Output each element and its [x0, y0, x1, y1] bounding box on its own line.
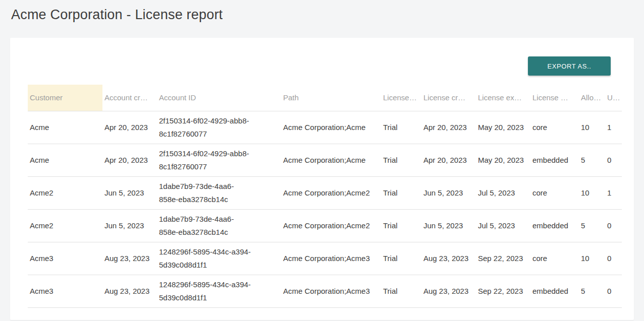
cell-license-type: Trial	[381, 176, 421, 209]
table-row: Acme2Jun 5, 20231dabe7b9-73de-4aa6-858e-…	[28, 176, 622, 209]
cell-customer: Acme2	[28, 209, 102, 242]
cell-license-expires: Jul 5, 2023	[476, 176, 530, 209]
column-header-path[interactable]: Path	[281, 85, 381, 111]
table-row: Acme3Aug 23, 20231248296f-5895-434c-a394…	[28, 242, 622, 275]
cell-used: 1	[605, 111, 622, 144]
cell-customer: Acme2	[28, 176, 102, 209]
cell-license-model: embedded	[530, 209, 579, 242]
cell-license-model: embedded	[530, 144, 579, 176]
column-header-license-expires[interactable]: License ex…	[476, 85, 530, 111]
cell-license-model: core	[530, 111, 579, 144]
cell-allowed: 10	[579, 242, 605, 275]
column-header-used[interactable]: U…	[605, 85, 622, 111]
cell-license-model: embedded	[530, 275, 579, 307]
page-title: Acme Corporation - License report	[0, 0, 644, 23]
cell-account-id: 1248296f-5895-434c-a394-5d39c0d8d1f1	[157, 275, 281, 307]
cell-license-expires: Sep 22, 2023	[476, 242, 530, 275]
cell-path: Acme Corporation;Acme	[281, 111, 381, 144]
cell-path: Acme Corporation;Acme3	[281, 242, 381, 275]
cell-used: 1	[605, 176, 622, 209]
cell-license-created: Aug 23, 2023	[421, 275, 476, 307]
cell-path: Acme Corporation;Acme3	[281, 275, 381, 307]
cell-license-type: Trial	[381, 144, 421, 176]
cell-license-expires: Sep 22, 2023	[476, 275, 530, 307]
table-row: AcmeApr 20, 20232f150314-6f02-4929-abb8-…	[28, 111, 622, 144]
cell-license-expires: May 20, 2023	[476, 144, 530, 176]
cell-account-created: Aug 23, 2023	[102, 242, 157, 275]
cell-license-model: core	[530, 176, 579, 209]
column-header-license-created[interactable]: License cr…	[421, 85, 476, 111]
table-header-row: CustomerAccount cr…Account IDPathLicense…	[28, 85, 622, 111]
cell-license-created: Jun 5, 2023	[421, 176, 476, 209]
license-table: CustomerAccount cr…Account IDPathLicense…	[28, 85, 622, 308]
cell-path: Acme Corporation;Acme2	[281, 209, 381, 242]
column-header-customer[interactable]: Customer	[28, 85, 102, 111]
cell-used: 0	[605, 144, 622, 176]
column-header-license-type[interactable]: License…	[381, 85, 421, 111]
cell-account-id: 1248296f-5895-434c-a394-5d39c0d8d1f1	[157, 242, 281, 275]
cell-account-created: Apr 20, 2023	[102, 144, 157, 176]
cell-used: 0	[605, 242, 622, 275]
toolbar: EXPORT AS..	[10, 38, 634, 76]
cell-path: Acme Corporation;Acme	[281, 144, 381, 176]
table-row: AcmeApr 20, 20232f150314-6f02-4929-abb8-…	[28, 144, 622, 176]
cell-account-created: Apr 20, 2023	[102, 111, 157, 144]
cell-allowed: 10	[579, 176, 605, 209]
column-header-allowed[interactable]: Allo…	[579, 85, 605, 111]
cell-customer: Acme	[28, 144, 102, 176]
report-card: EXPORT AS.. CustomerAccount cr…Account I…	[10, 38, 634, 320]
cell-customer: Acme3	[28, 242, 102, 275]
license-table-container: CustomerAccount cr…Account IDPathLicense…	[10, 76, 634, 308]
cell-license-model: core	[530, 242, 579, 275]
cell-license-created: Jun 5, 2023	[421, 209, 476, 242]
table-row: Acme3Aug 23, 20231248296f-5895-434c-a394…	[28, 275, 622, 307]
cell-allowed: 5	[579, 275, 605, 307]
cell-account-id: 1dabe7b9-73de-4aa6-858e-eba3278cb14c	[157, 176, 281, 209]
export-as-button[interactable]: EXPORT AS..	[528, 56, 611, 76]
cell-account-id: 1dabe7b9-73de-4aa6-858e-eba3278cb14c	[157, 209, 281, 242]
cell-allowed: 5	[579, 209, 605, 242]
cell-license-type: Trial	[381, 275, 421, 307]
cell-license-created: Aug 23, 2023	[421, 242, 476, 275]
table-row: Acme2Jun 5, 20231dabe7b9-73de-4aa6-858e-…	[28, 209, 622, 242]
cell-license-created: Apr 20, 2023	[421, 144, 476, 176]
cell-account-created: Jun 5, 2023	[102, 209, 157, 242]
cell-path: Acme Corporation;Acme2	[281, 176, 381, 209]
cell-account-created: Aug 23, 2023	[102, 275, 157, 307]
cell-license-expires: Jul 5, 2023	[476, 209, 530, 242]
cell-account-id: 2f150314-6f02-4929-abb8-8c1f82760077	[157, 111, 281, 144]
cell-license-created: Apr 20, 2023	[421, 111, 476, 144]
column-header-license-model[interactable]: License …	[530, 85, 579, 111]
cell-allowed: 5	[579, 144, 605, 176]
cell-account-id: 2f150314-6f02-4929-abb8-8c1f82760077	[157, 144, 281, 176]
cell-license-expires: May 20, 2023	[476, 111, 530, 144]
cell-license-type: Trial	[381, 111, 421, 144]
column-header-account-id[interactable]: Account ID	[157, 85, 281, 111]
cell-license-type: Trial	[381, 242, 421, 275]
cell-license-type: Trial	[381, 209, 421, 242]
cell-used: 0	[605, 275, 622, 307]
table-body: AcmeApr 20, 20232f150314-6f02-4929-abb8-…	[28, 111, 622, 307]
cell-allowed: 10	[579, 111, 605, 144]
cell-customer: Acme	[28, 111, 102, 144]
column-header-account-created[interactable]: Account cr…	[102, 85, 157, 111]
cell-used: 0	[605, 209, 622, 242]
cell-customer: Acme3	[28, 275, 102, 307]
cell-account-created: Jun 5, 2023	[102, 176, 157, 209]
